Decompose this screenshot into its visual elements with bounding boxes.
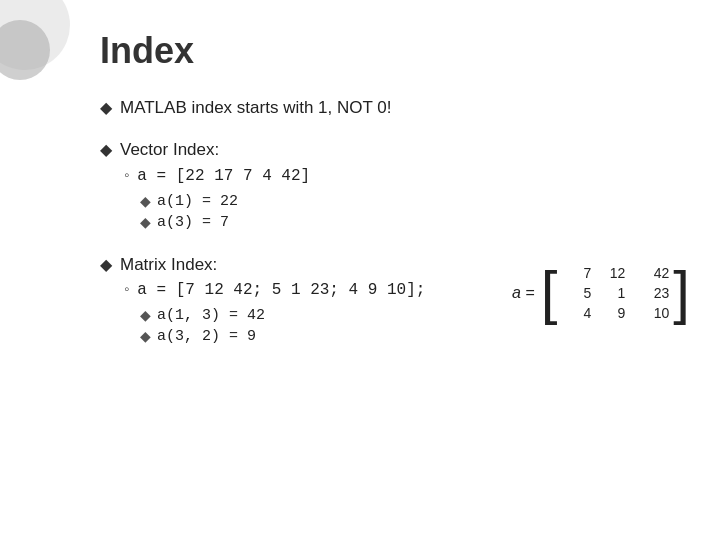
bullet-vector-text: Vector Index: <box>120 138 219 162</box>
vector-sub-sub-item-1: ◆ a(1) = 22 <box>140 193 310 210</box>
vector-sub-bullet: ◦ <box>124 166 129 183</box>
vector-sub-sub-diamond-2: ◆ <box>140 214 151 230</box>
matrix-cell-0-2: 42 <box>639 265 669 281</box>
bullet-diamond-1: ◆ <box>100 98 112 117</box>
matrix-sub-sub-item-2: ◆ a(3, 2) = 9 <box>140 328 482 345</box>
matrix-cell-0-0: 7 <box>561 265 591 281</box>
matrix-sub-text: a = [7 12 42; 5 1 23; 4 9 10]; <box>137 280 425 299</box>
matrix-content: ◆ Matrix Index: ◦ a = [7 12 42; 5 1 23; … <box>100 253 482 350</box>
bullet-matlab: ◆ MATLAB index starts with 1, NOT 0! <box>100 96 690 120</box>
vector-sub-text: a = [22 17 7 4 42] <box>137 166 310 185</box>
matrix-bracket-left: [ <box>541 263 558 323</box>
matrix-cell-2-0: 4 <box>561 305 591 321</box>
matrix-sub-sub-diamond-1: ◆ <box>140 307 151 323</box>
matrix-sub-sub-text-2: a(3, 2) = 9 <box>157 328 256 345</box>
matrix-sub-bullet: ◦ <box>124 280 129 297</box>
matrix-grid: 7 12 42 5 1 23 4 9 10 <box>561 265 669 321</box>
matrix-sub-list: ◦ a = [7 12 42; 5 1 23; 4 9 10]; ◆ a(1, … <box>124 280 482 345</box>
matrix-section: ◆ Matrix Index: ◦ a = [7 12 42; 5 1 23; … <box>100 253 690 350</box>
bullet-matrix: ◆ Matrix Index: ◦ a = [7 12 42; 5 1 23; … <box>100 253 690 350</box>
matrix-cell-2-1: 9 <box>605 305 625 321</box>
matrix-cell-0-1: 12 <box>605 265 625 281</box>
vector-sub-sub-list: ◆ a(1) = 22 ◆ a(3) = 7 <box>140 193 310 231</box>
bullet-matlab-text: MATLAB index starts with 1, NOT 0! <box>120 96 391 120</box>
vector-sub-sub-text-2: a(3) = 7 <box>157 214 229 231</box>
vector-sub-sub-text-1: a(1) = 22 <box>157 193 238 210</box>
matrix-sub-sub-list: ◆ a(1, 3) = 42 ◆ a(3, 2) = 9 <box>140 307 482 345</box>
bullet-diamond-2: ◆ <box>100 140 112 159</box>
bullet-diamond-3: ◆ <box>100 255 112 274</box>
vector-sub-list: ◦ a = [22 17 7 4 42] ◆ a(1) = 22 ◆ a(3) … <box>124 166 310 235</box>
matrix-sub-sub-item-1: ◆ a(1, 3) = 42 <box>140 307 482 324</box>
matrix-sub-item: ◦ a = [7 12 42; 5 1 23; 4 9 10]; <box>124 280 482 299</box>
main-content: Index ◆ MATLAB index starts with 1, NOT … <box>100 30 690 520</box>
decoration <box>0 0 90 110</box>
bullet-vector: ◆ Vector Index: ◦ a = [22 17 7 4 42] ◆ a… <box>100 138 690 235</box>
matrix-sub-sub-text-1: a(1, 3) = 42 <box>157 307 265 324</box>
vector-sub-item: ◦ a = [22 17 7 4 42] <box>124 166 310 185</box>
matrix-equation-label: a = <box>512 284 535 302</box>
matrix-cell-1-0: 5 <box>561 285 591 301</box>
vector-sub-sub-diamond-1: ◆ <box>140 193 151 209</box>
matrix-cell-2-2: 10 <box>639 305 669 321</box>
bullet-matrix-text: Matrix Index: <box>120 253 217 277</box>
matrix-cell-1-2: 23 <box>639 285 669 301</box>
matrix-sub-sub-diamond-2: ◆ <box>140 328 151 344</box>
page-title: Index <box>100 30 690 72</box>
matrix-visual: a = [ 7 12 42 5 1 23 4 9 10 ] <box>512 263 690 323</box>
vector-sub-sub-item-2: ◆ a(3) = 7 <box>140 214 310 231</box>
matrix-cell-1-1: 1 <box>605 285 625 301</box>
matrix-bracket-right: ] <box>673 263 690 323</box>
